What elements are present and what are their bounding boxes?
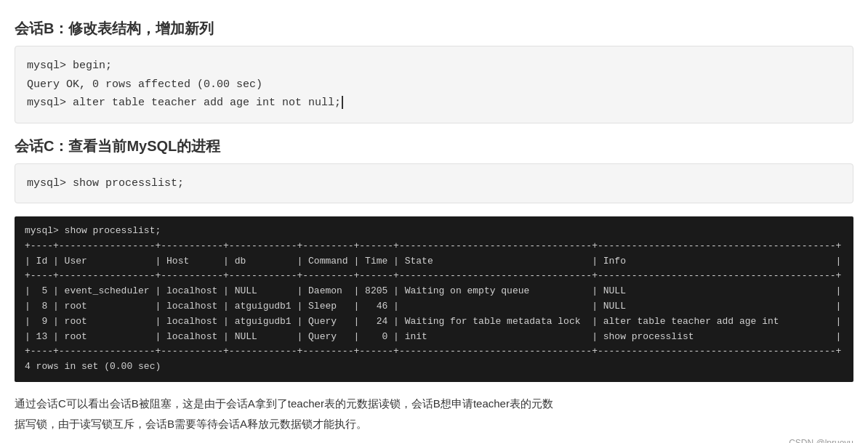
section-b-title: 会话B：修改表结构，增加新列 xyxy=(15,19,853,38)
terminal-output: mysql> show processlist; +----+---------… xyxy=(15,216,853,382)
code-block-b: mysql> begin; Query OK, 0 rows affected … xyxy=(15,46,853,123)
code-line-1: mysql> begin; xyxy=(27,57,841,76)
section-c-title: 会话C：查看当前MySQL的进程 xyxy=(15,137,853,156)
code-line-3: mysql> alter table teacher add age int n… xyxy=(27,94,841,113)
csdn-badge: CSDN @lpruoyu xyxy=(15,438,853,443)
bottom-line-1: 通过会话C可以看出会话B被阻塞，这是由于会话A拿到了teacher表的元数据读锁… xyxy=(15,394,853,415)
code-line-show: mysql> show processlist; xyxy=(27,174,841,193)
bottom-line-2: 据写锁，由于读写锁互斥，会话B需要等待会话A释放元数据锁才能执行。 xyxy=(15,414,853,435)
code-line-2: Query OK, 0 rows affected (0.00 sec) xyxy=(27,76,841,94)
code-block-c: mysql> show processlist; xyxy=(15,163,853,204)
bottom-text: 通过会话C可以看出会话B被阻塞，这是由于会话A拿到了teacher表的元数据读锁… xyxy=(15,394,853,435)
